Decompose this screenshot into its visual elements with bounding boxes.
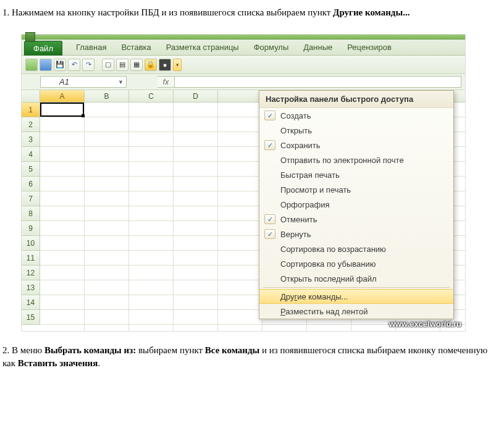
menu-item-label: Орфография <box>280 200 329 209</box>
check-icon: ✓ <box>264 140 275 150</box>
menu-item[interactable]: Открыть <box>259 123 453 138</box>
undo-icon[interactable]: ↶ <box>68 59 80 71</box>
name-box[interactable]: A1 ▼ <box>40 76 127 88</box>
row-header-7[interactable]: 7 <box>22 191 40 206</box>
menu-check-placeholder <box>264 244 275 254</box>
doc-icon[interactable]: ▢ <box>102 59 114 71</box>
name-box-dropdown-icon[interactable]: ▼ <box>118 79 124 85</box>
spreadsheet-grid: A B C D 123456789101112131415 Настройка … <box>22 90 465 331</box>
qat-customize-dropdown[interactable]: ▾ <box>173 59 182 71</box>
menu-item[interactable]: ✓Создать <box>259 108 453 123</box>
tab-review[interactable]: Рецензиров <box>340 40 399 55</box>
excel-icon[interactable] <box>25 59 38 71</box>
menu-item-label: Открыть последний файл <box>280 274 377 283</box>
menu-item-label: Сохранить <box>280 141 321 150</box>
qat-customize-menu: Настройка панели быстрого доступа ✓Созда… <box>259 90 454 319</box>
menu-item[interactable]: Быстрая печать <box>259 167 453 182</box>
col-header-a[interactable]: A <box>40 90 85 102</box>
menu-item[interactable]: Орфография <box>259 197 453 212</box>
row-header-4[interactable]: 4 <box>22 147 40 162</box>
col-header-d[interactable]: D <box>174 90 218 102</box>
row-header-6[interactable]: 6 <box>22 177 40 191</box>
watermark: www.excelworld.ru <box>389 319 461 329</box>
row-headers: 123456789101112131415 <box>22 103 40 325</box>
name-box-value: A1 <box>59 77 69 86</box>
quick-access-toolbar: 💾 ↶ ↷ ▢ ▤ ▦ 🔒 ● ▾ <box>22 56 465 74</box>
row-header-2[interactable]: 2 <box>22 117 40 132</box>
ribbon-tabs: Файл Главная Вставка Разметка страницы Ф… <box>22 40 465 56</box>
menu-check-placeholder <box>264 274 275 283</box>
lock-icon[interactable]: 🔒 <box>145 59 157 71</box>
tab-pagelayout[interactable]: Разметка страницы <box>159 40 246 55</box>
menu-check-placeholder <box>264 199 275 209</box>
menu-item-label: Вернуть <box>280 230 311 239</box>
menu-check-placeholder <box>264 170 275 180</box>
menu-item-label: Отправить по электронной почте <box>280 156 404 165</box>
row-header-12[interactable]: 12 <box>22 266 40 280</box>
menu-item[interactable]: Просмотр и печать <box>259 182 453 197</box>
menu-check-placeholder <box>264 125 275 135</box>
menu-item-more-commands[interactable]: Другие команды... <box>259 289 453 304</box>
menu-item-label: Сортировка по возрастанию <box>280 245 386 254</box>
word-icon[interactable] <box>40 59 52 71</box>
menu-item-label: Другие команды... <box>280 292 348 301</box>
menu-item-place-above-ribbon[interactable]: Разместить над лентой <box>259 304 453 319</box>
menu-item[interactable]: ✓Отменить <box>259 212 453 227</box>
check-icon: ✓ <box>264 214 275 224</box>
row-header-14[interactable]: 14 <box>22 295 40 310</box>
menu-title: Настройка панели быстрого доступа <box>259 91 453 108</box>
step1-bold: Другие команды... <box>333 7 410 17</box>
menu-item-label: Разместить над лентой <box>280 307 368 316</box>
excel-screenshot: Файл Главная Вставка Разметка страницы Ф… <box>21 34 466 332</box>
row-header-15[interactable]: 15 <box>22 310 40 325</box>
grid-icon[interactable]: ▦ <box>130 59 143 71</box>
row-header-10[interactable]: 10 <box>22 236 40 251</box>
menu-item-label: Создать <box>280 111 311 120</box>
step2-text: 2. В меню Выбрать команды из: выбираем п… <box>2 344 502 370</box>
menu-item[interactable]: Открыть последний файл <box>259 271 453 286</box>
menu-item-label: Сортировка по убыванию <box>280 259 376 269</box>
menu-check-placeholder <box>264 259 275 269</box>
col-header-c[interactable]: C <box>129 90 174 102</box>
menu-item[interactable]: Отправить по электронной почте <box>259 153 453 167</box>
row-header-9[interactable]: 9 <box>22 221 40 236</box>
menu-separator <box>263 287 450 288</box>
titlebar <box>22 35 465 40</box>
step1-text: 1. Нажимаем на кнопку настройки ПБД и из… <box>2 6 502 19</box>
row-header-5[interactable]: 5 <box>22 162 40 177</box>
menu-check-placeholder <box>264 155 275 165</box>
row-header-13[interactable]: 13 <box>22 280 40 295</box>
menu-check-placeholder <box>264 291 275 301</box>
sheet-icon[interactable]: ▤ <box>116 59 128 71</box>
select-all-corner[interactable] <box>22 90 40 102</box>
fx-button[interactable]: fx <box>158 76 175 88</box>
app-icon <box>25 32 35 42</box>
col-header-b[interactable]: B <box>85 90 129 102</box>
menu-item[interactable]: ✓Вернуть <box>259 227 453 241</box>
check-icon: ✓ <box>264 111 275 120</box>
redo-icon[interactable]: ↷ <box>82 59 94 71</box>
formula-input[interactable] <box>175 76 461 88</box>
tab-insert[interactable]: Вставка <box>114 40 158 55</box>
menu-item-label: Быстрая печать <box>280 170 340 180</box>
step1-prefix: 1. Нажимаем на кнопку настройки ПБД и из… <box>2 7 333 17</box>
tab-home[interactable]: Главная <box>69 40 114 55</box>
save-icon[interactable]: 💾 <box>54 59 66 71</box>
menu-item-label: Открыть <box>280 126 312 135</box>
selected-cell[interactable] <box>40 103 84 117</box>
formula-bar: A1 ▼ fx <box>22 74 465 90</box>
file-tab[interactable]: Файл <box>24 41 62 56</box>
check-icon: ✓ <box>264 229 275 239</box>
menu-item[interactable]: Сортировка по возрастанию <box>259 241 453 256</box>
row-header-11[interactable]: 11 <box>22 251 40 266</box>
menu-item[interactable]: ✓Сохранить <box>259 138 453 153</box>
tab-formulas[interactable]: Формулы <box>246 40 296 55</box>
row-header-8[interactable]: 8 <box>22 206 40 221</box>
menu-check-placeholder <box>264 306 275 316</box>
dark-icon[interactable]: ● <box>159 59 171 71</box>
row-header-3[interactable]: 3 <box>22 132 40 147</box>
row-header-1[interactable]: 1 <box>22 103 40 117</box>
tab-data[interactable]: Данные <box>296 40 340 55</box>
menu-item-label: Отменить <box>280 215 317 224</box>
menu-item[interactable]: Сортировка по убыванию <box>259 256 453 271</box>
